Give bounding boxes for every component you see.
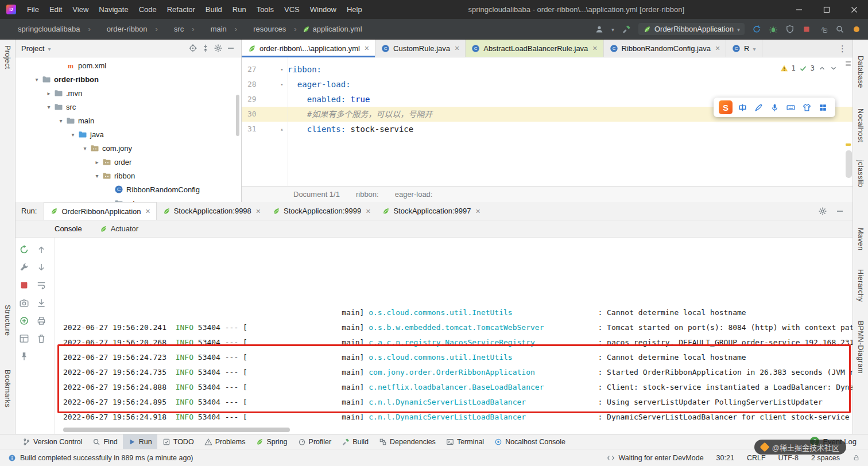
editor-body[interactable]: 27 ▾ ribbon: 28 ▾ eager-load: 29 enabled… <box>242 57 852 186</box>
stripe-structure[interactable]: Structure <box>3 305 11 336</box>
console-horizontal-scrollbar[interactable] <box>63 428 290 432</box>
up-icon[interactable] <box>36 244 46 255</box>
locate-file-icon[interactable] <box>188 44 197 53</box>
rerun-icon[interactable] <box>752 25 761 34</box>
breadcrumb-item[interactable]: main <box>200 25 243 33</box>
menu-item[interactable]: Run <box>227 0 251 19</box>
tree-row[interactable]: ▸ rule <box>16 196 241 202</box>
close-tab-icon[interactable] <box>454 44 459 53</box>
printer-icon[interactable] <box>36 316 46 326</box>
zhong-icon[interactable] <box>738 103 747 112</box>
hide-panel-icon[interactable] <box>226 44 235 53</box>
run-tab[interactable]: StockAppliccation:9997 <box>376 202 486 220</box>
lock-icon[interactable] <box>852 454 860 461</box>
warning-stripe-mark[interactable] <box>846 143 851 146</box>
debug-icon[interactable] <box>769 25 778 34</box>
stripe-bookmarks[interactable]: Bookmarks <box>3 370 11 407</box>
tree-row[interactable]: ▸ .mvn <box>16 86 241 100</box>
pin-icon[interactable] <box>19 351 29 362</box>
menu-item[interactable]: File <box>22 0 44 19</box>
down-icon[interactable] <box>36 262 46 273</box>
status-message[interactable]: Build completed successfully in 889 ms (… <box>20 454 193 462</box>
indent-setting[interactable]: 2 spaces <box>811 454 840 462</box>
stripe-database[interactable]: Database <box>857 56 865 88</box>
fold-marker-icon[interactable]: ▴ <box>276 122 288 137</box>
tab-options-icon[interactable]: ⋮ <box>832 40 852 57</box>
stop-icon[interactable] <box>19 280 29 290</box>
close-tab-icon[interactable] <box>365 207 370 216</box>
user-dropdown-caret[interactable] <box>611 25 614 33</box>
keyboard-icon[interactable] <box>786 103 796 112</box>
editor-tab[interactable]: C RibbonRandomConfig.java <box>604 40 727 57</box>
line-separator[interactable]: CRLF <box>747 454 766 462</box>
menu-item[interactable]: Tools <box>251 0 279 19</box>
toolwindow-button[interactable]: Nocalhost Console <box>489 434 571 449</box>
toolwindow-button[interactable]: Dependencies <box>374 434 441 449</box>
tree-chevron[interactable]: ▸ <box>44 90 53 96</box>
menu-item[interactable]: Window <box>305 0 342 19</box>
caret-position[interactable]: 30:21 <box>716 454 734 462</box>
editor-scrollbar[interactable] <box>846 150 852 178</box>
editor-tab[interactable]: order-ribbon\...\application.yml <box>242 40 375 57</box>
toolwindow-button[interactable]: Problems <box>199 434 251 449</box>
penink-icon[interactable] <box>754 103 764 112</box>
tshirt-icon[interactable] <box>802 103 812 112</box>
close-tab-icon[interactable] <box>363 44 369 53</box>
stripe-maven[interactable]: Maven <box>857 228 865 251</box>
breadcrumb-item[interactable]: Document 1/1 <box>293 190 340 199</box>
tree-row[interactable]: ▾ order-ribbon <box>16 72 241 86</box>
breadcrumb-item[interactable]: order-ribbon <box>96 25 163 33</box>
chevron-down-icon[interactable] <box>48 44 51 53</box>
tree-row[interactable]: ▾ src <box>16 100 241 114</box>
softwrap-icon[interactable] <box>36 280 46 290</box>
grid4-icon[interactable] <box>818 103 828 112</box>
tree-chevron[interactable]: ▾ <box>80 145 90 152</box>
settings-icon[interactable] <box>818 207 827 216</box>
tree-row[interactable]: ▾ java <box>16 127 241 141</box>
stripe-bpmn[interactable]: BPMN-Diagram <box>857 321 865 374</box>
menu-item[interactable]: Build <box>200 0 227 19</box>
build-hammer-icon[interactable] <box>622 25 631 34</box>
tree-chevron[interactable]: ▾ <box>32 76 41 83</box>
toolwindow-button[interactable]: Find <box>87 434 122 449</box>
inspection-widget[interactable]: 1 3 <box>780 61 838 76</box>
toolwindow-button[interactable]: Run <box>123 434 157 449</box>
breadcrumb-item[interactable]: ribbon: <box>356 190 379 199</box>
editor-tab[interactable]: C CustomRule.java <box>375 40 466 57</box>
close-tab-icon[interactable] <box>591 44 597 53</box>
run-configuration-select[interactable]: OrderRibbonApplication <box>638 23 745 35</box>
menu-item[interactable]: Refactor <box>162 0 200 19</box>
tree-row[interactable]: ▾ main <box>16 114 241 127</box>
file-encoding[interactable]: UTF-8 <box>778 454 799 462</box>
editor-tab[interactable]: C R <box>726 40 762 57</box>
tree-chevron[interactable]: ▾ <box>92 173 102 179</box>
tree-row[interactable]: ▾ com.jony <box>16 141 241 155</box>
fold-marker-icon[interactable]: ▾ <box>276 77 288 92</box>
user-icon[interactable] <box>595 25 604 34</box>
breadcrumb-item[interactable]: resources <box>242 25 301 33</box>
project-panel-title[interactable]: Project <box>21 44 44 53</box>
tree-row[interactable]: ▸ order <box>16 155 241 169</box>
tree-row[interactable]: ▾ ribbon <box>16 169 241 182</box>
minimize-button[interactable] <box>785 0 813 19</box>
next-problem-icon[interactable] <box>830 64 838 72</box>
console-subtab[interactable]: Console <box>43 224 82 233</box>
prev-problem-icon[interactable] <box>818 64 826 72</box>
tree-chevron[interactable]: ▸ <box>92 159 102 165</box>
tree-row[interactable]: C RibbonRandomConfig <box>16 182 241 196</box>
camera-icon[interactable] <box>19 298 29 308</box>
devmode-status[interactable]: Waiting for enter DevMode <box>607 454 703 462</box>
console-subtab[interactable]: Actuator <box>99 224 138 233</box>
heap-icon[interactable] <box>19 316 29 326</box>
breadcrumb-item[interactable]: eager-load: <box>395 190 433 199</box>
close-tab-icon[interactable] <box>255 207 261 216</box>
tree-chevron[interactable]: ▾ <box>56 118 65 124</box>
menu-item[interactable]: VCS <box>279 0 305 19</box>
toolwindow-button[interactable]: Version Control <box>17 434 87 449</box>
menu-item[interactable]: Help <box>342 0 367 19</box>
stripe-project[interactable]: Project <box>3 45 11 69</box>
notification-dot-icon[interactable] <box>852 25 861 34</box>
toolwindow-button[interactable]: TODO <box>157 434 199 449</box>
stop-icon[interactable] <box>802 25 811 34</box>
project-scrollbar[interactable] <box>236 95 239 136</box>
